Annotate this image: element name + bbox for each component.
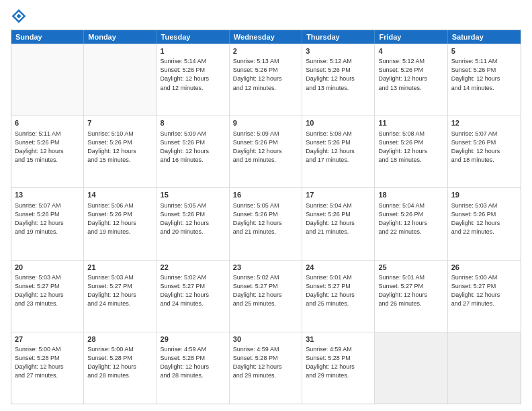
cell-text: Sunrise: 5:11 AMSunset: 5:26 PMDaylight:…: [451, 57, 517, 92]
calendar-header-cell: Sunday: [11, 30, 84, 44]
cell-text: Sunrise: 5:05 AMSunset: 5:26 PMDaylight:…: [161, 201, 226, 236]
calendar-cell: [375, 332, 447, 404]
day-number: 14: [87, 190, 152, 200]
calendar-cell: 10Sunrise: 5:08 AMSunset: 5:26 PMDayligh…: [302, 116, 375, 187]
calendar-cell: 6Sunrise: 5:11 AMSunset: 5:26 PMDaylight…: [11, 116, 84, 187]
calendar-cell: 23Sunrise: 5:02 AMSunset: 5:27 PMDayligh…: [230, 261, 302, 332]
cell-text: Sunrise: 5:00 AMSunset: 5:27 PMDaylight:…: [451, 273, 517, 308]
calendar-header-cell: Saturday: [448, 30, 521, 44]
calendar-cell: 7Sunrise: 5:10 AMSunset: 5:26 PMDaylight…: [84, 116, 157, 187]
day-number: 19: [451, 190, 517, 200]
cell-text: Sunrise: 5:04 AMSunset: 5:26 PMDaylight:…: [306, 201, 371, 236]
cell-text: Sunrise: 5:10 AMSunset: 5:26 PMDaylight:…: [87, 130, 152, 165]
calendar-cell: 30Sunrise: 4:59 AMSunset: 5:28 PMDayligh…: [230, 332, 302, 404]
day-number: 26: [451, 263, 517, 273]
day-number: 20: [15, 263, 80, 273]
calendar-cell: 16Sunrise: 5:05 AMSunset: 5:26 PMDayligh…: [230, 188, 302, 259]
cell-text: Sunrise: 5:05 AMSunset: 5:26 PMDaylight:…: [233, 201, 298, 236]
calendar-cell: 11Sunrise: 5:08 AMSunset: 5:26 PMDayligh…: [375, 116, 447, 187]
cell-text: Sunrise: 5:00 AMSunset: 5:28 PMDaylight:…: [15, 345, 80, 380]
logo: [11, 8, 30, 24]
calendar-cell: 3Sunrise: 5:12 AMSunset: 5:26 PMDaylight…: [302, 44, 375, 116]
calendar-cell: [448, 332, 521, 404]
cell-text: Sunrise: 5:08 AMSunset: 5:26 PMDaylight:…: [306, 130, 371, 165]
day-number: 13: [15, 190, 80, 200]
cell-text: Sunrise: 5:09 AMSunset: 5:26 PMDaylight:…: [161, 130, 226, 165]
day-number: 31: [306, 334, 371, 345]
page: SundayMondayTuesdayWednesdayThursdayFrid…: [0, 0, 532, 411]
calendar: SundayMondayTuesdayWednesdayThursdayFrid…: [11, 30, 521, 404]
day-number: 25: [378, 263, 443, 273]
day-number: 8: [161, 118, 226, 128]
header: [11, 8, 521, 24]
calendar-cell: 14Sunrise: 5:06 AMSunset: 5:26 PMDayligh…: [84, 188, 157, 259]
cell-text: Sunrise: 5:01 AMSunset: 5:27 PMDaylight:…: [306, 273, 371, 308]
day-number: 12: [451, 118, 517, 128]
day-number: 17: [306, 190, 371, 200]
day-number: 1: [161, 46, 226, 56]
logo-icon: [11, 8, 27, 24]
day-number: 7: [87, 118, 152, 128]
calendar-cell: [84, 44, 157, 116]
cell-text: Sunrise: 5:02 AMSunset: 5:27 PMDaylight:…: [161, 273, 226, 308]
day-number: 11: [378, 118, 443, 128]
calendar-cell: 21Sunrise: 5:03 AMSunset: 5:27 PMDayligh…: [84, 261, 157, 332]
cell-text: Sunrise: 5:03 AMSunset: 5:26 PMDaylight:…: [451, 201, 517, 236]
calendar-header-cell: Tuesday: [157, 30, 230, 44]
calendar-cell: 28Sunrise: 5:00 AMSunset: 5:28 PMDayligh…: [84, 332, 157, 404]
day-number: 22: [161, 263, 226, 273]
day-number: 24: [306, 263, 371, 273]
calendar-cell: 9Sunrise: 5:09 AMSunset: 5:26 PMDaylight…: [230, 116, 302, 187]
day-number: 29: [161, 334, 226, 345]
cell-text: Sunrise: 5:07 AMSunset: 5:26 PMDaylight:…: [15, 201, 80, 236]
day-number: 6: [15, 118, 80, 128]
calendar-header-row: SundayMondayTuesdayWednesdayThursdayFrid…: [11, 30, 521, 44]
cell-text: Sunrise: 5:03 AMSunset: 5:27 PMDaylight:…: [87, 273, 152, 308]
day-number: 28: [87, 334, 152, 345]
day-number: 21: [87, 263, 152, 273]
cell-text: Sunrise: 4:59 AMSunset: 5:28 PMDaylight:…: [161, 345, 226, 380]
calendar-cell: 31Sunrise: 4:59 AMSunset: 5:28 PMDayligh…: [302, 332, 375, 404]
calendar-cell: [11, 44, 84, 116]
day-number: 3: [306, 46, 371, 56]
calendar-header-cell: Thursday: [302, 30, 375, 44]
cell-text: Sunrise: 5:04 AMSunset: 5:26 PMDaylight:…: [378, 201, 443, 236]
cell-text: Sunrise: 5:01 AMSunset: 5:27 PMDaylight:…: [378, 273, 443, 308]
cell-text: Sunrise: 5:11 AMSunset: 5:26 PMDaylight:…: [15, 130, 80, 165]
calendar-cell: 12Sunrise: 5:07 AMSunset: 5:26 PMDayligh…: [448, 116, 521, 187]
calendar-cell: 15Sunrise: 5:05 AMSunset: 5:26 PMDayligh…: [157, 188, 230, 259]
calendar-row: 6Sunrise: 5:11 AMSunset: 5:26 PMDaylight…: [11, 116, 521, 187]
cell-text: Sunrise: 4:59 AMSunset: 5:28 PMDaylight:…: [233, 345, 298, 380]
calendar-cell: 29Sunrise: 4:59 AMSunset: 5:28 PMDayligh…: [157, 332, 230, 404]
calendar-cell: 4Sunrise: 5:12 AMSunset: 5:26 PMDaylight…: [375, 44, 447, 116]
calendar-row: 13Sunrise: 5:07 AMSunset: 5:26 PMDayligh…: [11, 187, 521, 259]
calendar-header-cell: Wednesday: [230, 30, 302, 44]
day-number: 30: [233, 334, 298, 345]
cell-text: Sunrise: 5:12 AMSunset: 5:26 PMDaylight:…: [306, 57, 371, 92]
calendar-cell: 24Sunrise: 5:01 AMSunset: 5:27 PMDayligh…: [302, 261, 375, 332]
day-number: 5: [451, 46, 517, 56]
cell-text: Sunrise: 5:13 AMSunset: 5:26 PMDaylight:…: [233, 57, 298, 92]
calendar-body: 1Sunrise: 5:14 AMSunset: 5:26 PMDaylight…: [11, 44, 521, 404]
day-number: 15: [161, 190, 226, 200]
calendar-row: 1Sunrise: 5:14 AMSunset: 5:26 PMDaylight…: [11, 44, 521, 116]
cell-text: Sunrise: 5:08 AMSunset: 5:26 PMDaylight:…: [378, 130, 443, 165]
calendar-row: 27Sunrise: 5:00 AMSunset: 5:28 PMDayligh…: [11, 332, 521, 404]
day-number: 9: [233, 118, 298, 128]
cell-text: Sunrise: 5:14 AMSunset: 5:26 PMDaylight:…: [161, 57, 226, 92]
cell-text: Sunrise: 4:59 AMSunset: 5:28 PMDaylight:…: [306, 345, 371, 380]
calendar-cell: 1Sunrise: 5:14 AMSunset: 5:26 PMDaylight…: [157, 44, 230, 116]
cell-text: Sunrise: 5:03 AMSunset: 5:27 PMDaylight:…: [15, 273, 80, 308]
calendar-cell: 2Sunrise: 5:13 AMSunset: 5:26 PMDaylight…: [230, 44, 302, 116]
calendar-cell: 27Sunrise: 5:00 AMSunset: 5:28 PMDayligh…: [11, 332, 84, 404]
day-number: 16: [233, 190, 298, 200]
day-number: 18: [378, 190, 443, 200]
day-number: 27: [15, 334, 80, 345]
day-number: 4: [378, 46, 443, 56]
day-number: 10: [306, 118, 371, 128]
calendar-cell: 22Sunrise: 5:02 AMSunset: 5:27 PMDayligh…: [157, 261, 230, 332]
calendar-header-cell: Monday: [84, 30, 157, 44]
calendar-cell: 17Sunrise: 5:04 AMSunset: 5:26 PMDayligh…: [302, 188, 375, 259]
calendar-cell: 20Sunrise: 5:03 AMSunset: 5:27 PMDayligh…: [11, 261, 84, 332]
calendar-header-cell: Friday: [375, 30, 447, 44]
